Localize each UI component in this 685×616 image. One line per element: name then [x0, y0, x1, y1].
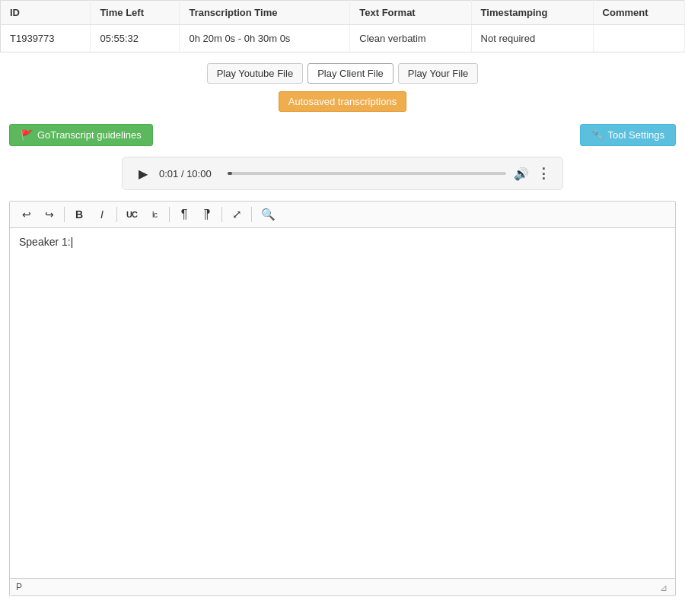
time-display: 0:01 / 10:00 [159, 168, 220, 179]
progress-bar-fill [228, 172, 232, 175]
cell-text-format: Clean verbatim [350, 25, 471, 52]
find-button[interactable]: 🔍 [256, 205, 281, 224]
editor-footer: P ⊿ [10, 578, 675, 595]
cell-timestamping: Not required [471, 25, 593, 52]
editor-body[interactable]: Speaker 1: [10, 228, 675, 578]
audio-player-wrap: ▶ 0:01 / 10:00 🔊 ⋮ [0, 154, 685, 201]
cell-transcription-time: 0h 20m 0s - 0h 30m 0s [180, 25, 350, 52]
tool-settings-button[interactable]: 🔧 Tool Settings [580, 124, 676, 146]
col-time-left: Time Left [91, 1, 180, 25]
separator-5 [251, 207, 252, 222]
redo-button[interactable]: ↪ [39, 205, 60, 224]
uppercase-button[interactable]: UC [121, 207, 142, 222]
separator-4 [221, 207, 222, 222]
table-row: T1939773 05:55:32 0h 20m 0s - 0h 30m 0s … [1, 25, 685, 52]
separator-1 [64, 207, 65, 222]
page-container: ID Time Left Transcription Time Text For… [0, 0, 685, 616]
resize-handle[interactable]: ⊿ [660, 583, 669, 592]
wrench-icon: 🔧 [591, 129, 604, 141]
fullscreen-button[interactable]: ⤢ [226, 205, 247, 224]
progress-bar[interactable] [228, 172, 506, 175]
col-text-format: Text Format [350, 1, 471, 25]
play-pause-button[interactable]: ▶ [135, 165, 151, 182]
autosaved-row: Autosaved transcriptions [0, 88, 685, 119]
col-transcription-time: Transcription Time [180, 1, 350, 25]
cell-comment [593, 25, 684, 52]
col-comment: Comment [593, 1, 684, 25]
actions-row: 🚩 GoTranscript guidelines 🔧 Tool Setting… [0, 119, 685, 154]
editor-container: ↩ ↪ B I UC lc ¶ ¶ ⤢ 🔍 Speaker 1: P ⊿ [9, 201, 676, 596]
lowercase-button[interactable]: lc [144, 207, 165, 222]
audio-player: ▶ 0:01 / 10:00 🔊 ⋮ [122, 157, 563, 190]
separator-3 [169, 207, 170, 222]
flag-icon: 🚩 [21, 129, 33, 141]
paragraph-tag: P [16, 582, 22, 592]
separator-2 [116, 207, 117, 222]
cell-time-left: 05:55:32 [91, 25, 180, 52]
play-client-button[interactable]: Play Client File [307, 63, 393, 84]
play-your-file-button[interactable]: Play Your File [398, 63, 479, 84]
undo-button[interactable]: ↩ [16, 205, 37, 224]
bold-button[interactable]: B [68, 205, 90, 224]
play-youtube-button[interactable]: Play Youtube File [207, 63, 303, 84]
more-options-button[interactable]: ⋮ [537, 165, 550, 182]
editor-toolbar: ↩ ↪ B I UC lc ¶ ¶ ⤢ 🔍 [10, 202, 675, 228]
text-cursor [72, 237, 72, 248]
editor-content: Speaker 1: [19, 236, 71, 248]
align-left-button[interactable]: ¶ [174, 205, 195, 224]
col-timestamping: Timestamping [471, 1, 593, 25]
info-table: ID Time Left Transcription Time Text For… [0, 0, 685, 52]
play-buttons-row: Play Youtube File Play Client File Play … [0, 52, 685, 88]
cell-id: T1939773 [1, 25, 91, 52]
autosaved-button[interactable]: Autosaved transcriptions [279, 91, 406, 112]
volume-button[interactable]: 🔊 [514, 167, 529, 181]
guidelines-button[interactable]: 🚩 GoTranscript guidelines [9, 124, 153, 146]
italic-button[interactable]: I [91, 205, 113, 224]
col-id: ID [1, 1, 91, 25]
align-right-button[interactable]: ¶ [196, 205, 218, 224]
